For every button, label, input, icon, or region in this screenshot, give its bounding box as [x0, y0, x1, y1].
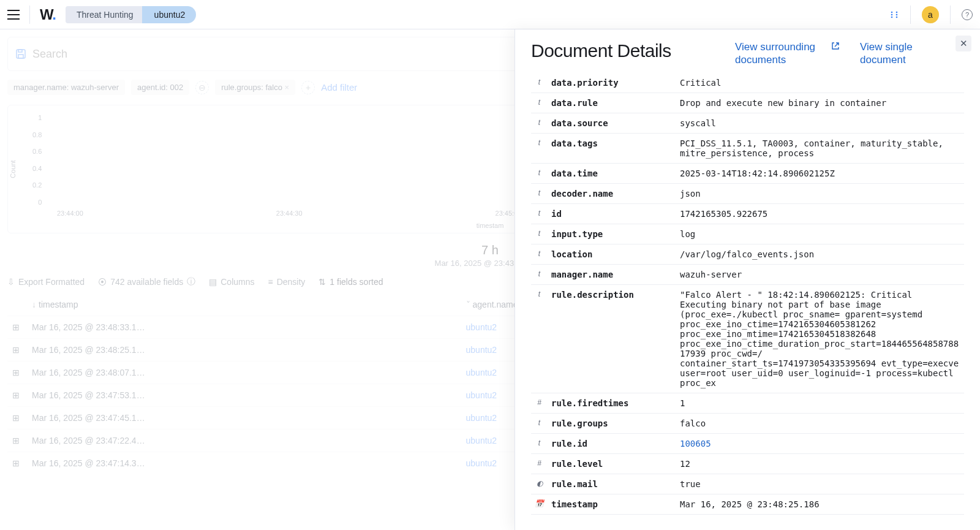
expand-icon[interactable]: ⊞	[7, 452, 27, 475]
svg-point-5	[896, 16, 898, 18]
logo[interactable]: W.	[40, 6, 56, 23]
external-link-icon	[832, 42, 839, 50]
field-type-icon: t	[531, 244, 548, 264]
avatar[interactable]: a	[922, 6, 939, 23]
expand-icon[interactable]: ⊞	[7, 430, 27, 452]
breadcrumb: Threat Hunting ubuntu2	[66, 6, 196, 23]
document-details-flyout: ✕ Document Details View surrounding docu…	[514, 29, 980, 530]
field-type-icon: t	[531, 284, 548, 393]
field-value: log	[676, 224, 964, 244]
svg-point-1	[896, 11, 898, 13]
svg-rect-6	[17, 50, 25, 58]
density-button[interactable]: ≡Density	[268, 277, 306, 287]
field-row: t id 1742165305.922675	[531, 203, 964, 224]
field-name: data.time	[548, 163, 676, 183]
help-icon[interactable]: ?	[962, 9, 973, 20]
filter-toggle-icon[interactable]: ⊖	[195, 81, 209, 94]
field-value: 1	[676, 393, 964, 413]
field-name: input.type	[548, 224, 676, 244]
add-filter-icon[interactable]: +	[301, 81, 315, 94]
cell-timestamp: Mar 16, 2025 @ 23:48:07.1…	[27, 362, 461, 384]
field-value: wazuh-server	[676, 264, 964, 284]
field-row: t data.source syscall	[531, 113, 964, 133]
save-icon[interactable]	[15, 48, 26, 59]
field-value: json	[676, 183, 964, 203]
field-row: 📅 timestamp Mar 16, 2025 @ 23:48:25.186	[531, 494, 964, 514]
col-timestamp[interactable]: ↓timestamp	[27, 293, 461, 316]
hamburger-menu-icon[interactable]	[7, 10, 20, 20]
svg-point-3	[896, 13, 898, 15]
field-row: t data.rule Drop and execute new binary …	[531, 93, 964, 113]
divider	[910, 6, 911, 24]
view-surrounding-link[interactable]: View surrounding documents	[735, 40, 839, 67]
chart-y-ticks: 10.80.60.40.20	[32, 114, 42, 206]
field-value: Critical	[676, 73, 964, 93]
divider	[29, 6, 30, 24]
field-row: t data.priority Critical	[531, 73, 964, 93]
fields-button[interactable]: ⦿742 available fieldsⓘ	[98, 276, 195, 287]
field-row: t rule.id 100605	[531, 433, 964, 453]
field-type-icon: t	[531, 73, 548, 93]
divider	[950, 6, 951, 24]
chart-y-label: Count	[9, 160, 17, 178]
add-filter-button[interactable]: Add filter	[321, 82, 357, 93]
expand-icon[interactable]: ⊞	[7, 316, 27, 339]
expand-icon[interactable]: ⊞	[7, 362, 27, 384]
svg-point-4	[891, 16, 893, 18]
field-value: Drop and execute new binary in container	[676, 93, 964, 113]
field-value: "Falco Alert - " 18:42:14.890602125: Cri…	[676, 284, 964, 393]
field-name: rule.description	[548, 284, 676, 393]
field-row: t data.time 2025-03-14T18:42:14.89060212…	[531, 163, 964, 183]
cell-timestamp: Mar 16, 2025 @ 23:48:25.1…	[27, 339, 461, 362]
field-type-icon: ◐	[531, 474, 548, 494]
filter-pill[interactable]: manager.name: wazuh-server	[7, 80, 125, 95]
field-type-icon: 📅	[531, 494, 548, 514]
columns-button[interactable]: ▤Columns	[209, 277, 254, 287]
field-row: t location /var/log/falco_events.json	[531, 244, 964, 264]
cell-timestamp: Mar 16, 2025 @ 23:47:53.1…	[27, 384, 461, 407]
field-value: Mar 16, 2025 @ 23:48:25.186	[676, 494, 964, 514]
expand-icon[interactable]: ⊞	[7, 339, 27, 362]
field-type-icon: t	[531, 203, 548, 224]
field-row: t rule.groups falco	[531, 413, 964, 433]
field-name: rule.id	[548, 433, 676, 453]
field-type-icon: t	[531, 264, 548, 284]
field-row: # rule.firedtimes 1	[531, 393, 964, 413]
field-value: 12	[676, 453, 964, 474]
close-button[interactable]: ✕	[956, 36, 971, 51]
breadcrumb-parent[interactable]: Threat Hunting	[66, 6, 145, 23]
expand-icon[interactable]: ⊞	[7, 384, 27, 407]
field-type-icon: t	[531, 224, 548, 244]
field-name: decoder.name	[548, 183, 676, 203]
expand-icon[interactable]: ⊞	[7, 407, 27, 430]
field-value: /var/log/falco_events.json	[676, 244, 964, 264]
field-value[interactable]: 100605	[676, 433, 964, 453]
field-row: t manager.name wazuh-server	[531, 264, 964, 284]
field-name: data.tags	[548, 133, 676, 163]
filter-pill[interactable]: rule.groups: falco	[215, 80, 295, 95]
field-row: ◐ rule.mail true	[531, 474, 964, 494]
field-name: manager.name	[548, 264, 676, 284]
field-type-icon: t	[531, 93, 548, 113]
view-single-link[interactable]: View single document	[860, 40, 964, 67]
breadcrumb-active[interactable]: ubuntu2	[142, 6, 197, 23]
field-type-icon: t	[531, 183, 548, 203]
field-name: rule.mail	[548, 474, 676, 494]
field-value: 2025-03-14T18:42:14.890602125Z	[676, 163, 964, 183]
filter-pill[interactable]: agent.id: 002	[131, 80, 189, 95]
field-value: true	[676, 474, 964, 494]
cell-timestamp: Mar 16, 2025 @ 23:47:45.1…	[27, 407, 461, 430]
field-row: t decoder.name json	[531, 183, 964, 203]
cell-timestamp: Mar 16, 2025 @ 23:47:22.4…	[27, 430, 461, 452]
field-value: PCI_DSS_11.5.1, TA0003, container, matur…	[676, 133, 964, 163]
sort-button[interactable]: ⇅1 fields sorted	[318, 277, 383, 287]
cell-timestamp: Mar 16, 2025 @ 23:48:33.1…	[27, 316, 461, 339]
field-type-icon: t	[531, 113, 548, 133]
field-type-icon: #	[531, 393, 548, 413]
field-name: data.source	[548, 113, 676, 133]
svg-point-0	[891, 11, 893, 13]
cell-timestamp: Mar 16, 2025 @ 23:47:14.3…	[27, 452, 461, 475]
app-switcher-icon[interactable]	[889, 10, 899, 20]
field-type-icon: t	[531, 433, 548, 453]
export-button[interactable]: ⇩Export Formatted	[7, 277, 85, 287]
